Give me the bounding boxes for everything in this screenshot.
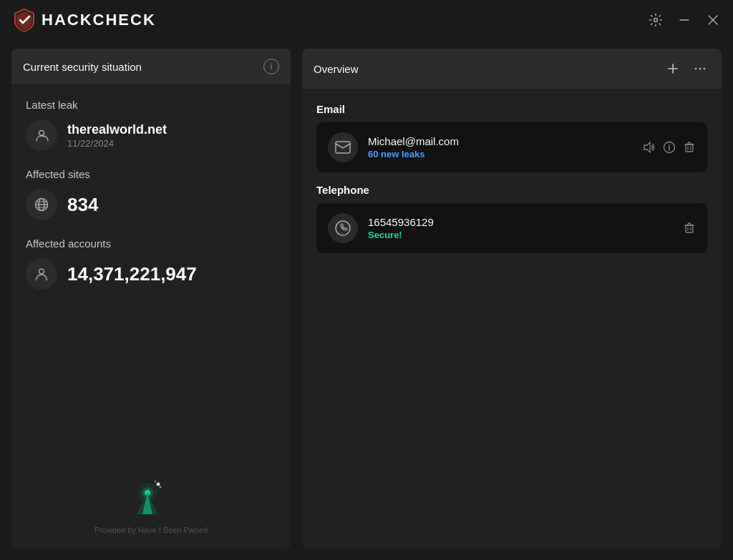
- logo-area: HACKCHECK: [11, 7, 156, 33]
- affected-accounts-row: 14,371,221,947: [26, 258, 276, 290]
- logo-shield-icon: [11, 7, 37, 33]
- right-panel-header: Overview: [302, 49, 722, 89]
- logo-part2: CHECK: [93, 11, 156, 29]
- person-icon: [26, 258, 57, 290]
- svg-rect-30: [686, 144, 693, 152]
- affected-sites-row: 834: [26, 189, 276, 220]
- title-bar-controls: [647, 11, 722, 29]
- svg-point-17: [155, 481, 156, 482]
- main-content: Current security situation i Latest leak: [0, 40, 733, 560]
- email-account-name: Michael@mail.com: [368, 135, 633, 147]
- latest-leak-date: 11/22/2024: [67, 138, 167, 149]
- affected-sites-value: 834: [67, 194, 98, 216]
- svg-point-0: [654, 19, 658, 22]
- email-icon: [328, 132, 358, 162]
- svg-point-22: [695, 68, 697, 70]
- telephone-section: Telephone 16545936129 Secure!: [316, 184, 707, 253]
- svg-point-24: [704, 68, 706, 70]
- phone-account-card: 16545936129 Secure!: [316, 203, 707, 253]
- phone-account-status: Secure!: [368, 230, 673, 240]
- latest-leak-label: Latest leak: [26, 99, 276, 111]
- left-panel-header: Current security situation i: [11, 49, 291, 84]
- left-panel-content: Latest leak therealworld.net 11/22/2024: [11, 84, 291, 537]
- email-account-info: Michael@mail.com 60 new leaks: [368, 135, 633, 159]
- email-mute-button[interactable]: [643, 141, 656, 154]
- svg-point-11: [39, 269, 44, 274]
- more-options-button[interactable]: [690, 59, 710, 79]
- affected-sites-label: Affected sites: [26, 168, 276, 180]
- info-icon[interactable]: i: [263, 59, 279, 74]
- latest-leak-section: Latest leak therealworld.net 11/22/2024: [26, 99, 276, 151]
- affected-accounts-value: 14,371,221,947: [67, 263, 197, 285]
- footer-area: Provided by Have I Been Pwned: [11, 471, 291, 534]
- email-section: Email Michael@mail.com 60 new leaks: [316, 103, 707, 172]
- minimize-button[interactable]: [676, 11, 693, 29]
- left-panel-title: Current security situation: [23, 61, 142, 73]
- email-account-card: Michael@mail.com 60 new leaks: [316, 122, 707, 172]
- email-account-actions: [643, 141, 696, 154]
- email-info-button[interactable]: [663, 141, 676, 154]
- svg-point-23: [699, 68, 702, 70]
- svg-point-29: [669, 144, 670, 146]
- add-button[interactable]: [663, 59, 683, 79]
- title-bar: HACKCHECK: [0, 0, 733, 40]
- svg-marker-26: [644, 142, 650, 152]
- svg-point-16: [160, 486, 162, 488]
- latest-leak-info: therealworld.net 11/22/2024: [26, 119, 276, 151]
- right-panel-title: Overview: [314, 63, 359, 75]
- phone-account-name: 16545936129: [368, 216, 673, 228]
- phone-account-info: 16545936129 Secure!: [368, 216, 673, 240]
- affected-sites-section: Affected sites 834: [26, 168, 276, 220]
- telephone-section-label: Telephone: [316, 184, 707, 196]
- phone-account-actions: [683, 222, 696, 235]
- phone-icon: [328, 213, 358, 243]
- footer-text: Provided by Have I Been Pwned: [94, 526, 208, 534]
- globe-icon: [26, 189, 57, 220]
- email-delete-button[interactable]: [683, 141, 696, 154]
- phone-delete-button[interactable]: [683, 222, 696, 235]
- affected-accounts-section: Affected accounts 14,371,221,947: [26, 237, 276, 290]
- right-panel-controls: [663, 59, 710, 79]
- left-panel: Current security situation i Latest leak: [11, 49, 291, 549]
- svg-rect-5: [38, 137, 45, 142]
- latest-leak-details: therealworld.net 11/22/2024: [67, 122, 167, 149]
- settings-button[interactable]: [647, 11, 664, 29]
- svg-point-15: [157, 483, 160, 486]
- affected-accounts-label: Affected accounts: [26, 237, 276, 250]
- email-account-status: 60 new leaks: [368, 149, 633, 159]
- close-button[interactable]: [704, 11, 722, 29]
- logo-text: HACKCHECK: [42, 11, 156, 29]
- right-panel-content: Email Michael@mail.com 60 new leaks: [302, 89, 722, 279]
- latest-leak-site: therealworld.net: [67, 122, 167, 137]
- latest-leak-icon: [26, 119, 57, 151]
- deco-graphic: [122, 471, 180, 521]
- svg-rect-25: [336, 142, 350, 153]
- email-section-label: Email: [316, 103, 707, 115]
- svg-rect-35: [686, 225, 693, 232]
- right-panel: Overview: [302, 49, 722, 549]
- logo-part1: HACK: [42, 11, 93, 29]
